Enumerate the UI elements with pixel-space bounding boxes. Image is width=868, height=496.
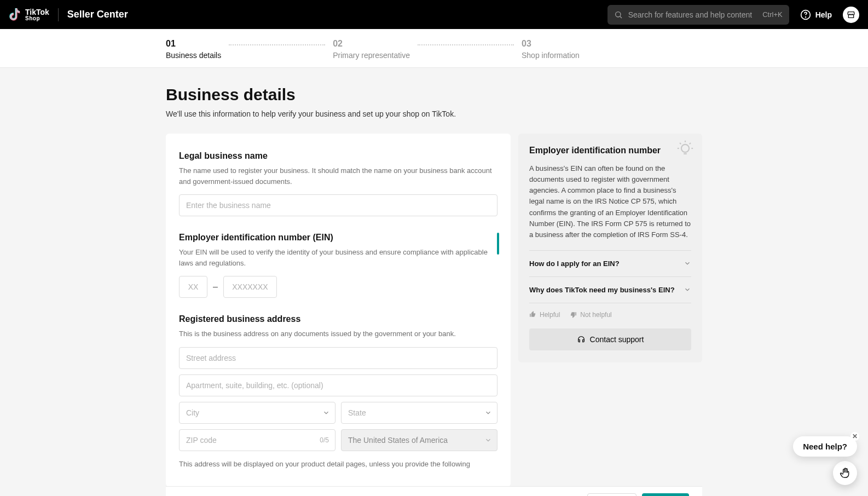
app-title[interactable]: Seller Center <box>67 9 128 20</box>
zip-char-count: 0/5 <box>320 436 329 444</box>
step-shop-info: 03 Shop information <box>522 39 580 60</box>
brand-logo[interactable]: TikTok Shop <box>9 8 49 21</box>
chevron-down-icon <box>684 286 691 293</box>
help-accordion-apply-ein[interactable]: How do I apply for an EIN? <box>529 251 691 276</box>
ein-prefix-input[interactable] <box>179 276 207 298</box>
tiktok-icon <box>9 8 21 21</box>
street-input[interactable] <box>179 347 497 369</box>
step-connector <box>229 44 325 45</box>
ein-title: Employer identification number (EIN) <box>179 233 497 243</box>
legal-name-title: Legal business name <box>179 151 497 161</box>
next-button[interactable]: Next <box>642 493 689 496</box>
search-icon <box>614 10 623 19</box>
svg-point-3 <box>805 16 806 17</box>
help-widget: Need help? ✕ <box>793 436 857 485</box>
header-divider <box>58 8 59 21</box>
search-shortcut: Ctrl+K <box>762 10 782 19</box>
country-select <box>341 429 497 451</box>
help-accordion-why-ein[interactable]: Why does TikTok need my business's EIN? <box>529 277 691 303</box>
search-input[interactable] <box>628 10 757 19</box>
step-business-details: 01 Business details <box>166 39 221 60</box>
state-select-value[interactable] <box>341 402 497 424</box>
help-panel-title: Employer identification number <box>529 146 691 155</box>
address-disclaimer: This address will be displayed on your p… <box>179 459 497 470</box>
thumbs-up-icon <box>529 311 536 318</box>
svg-line-6 <box>680 143 681 144</box>
active-section-indicator <box>497 233 499 255</box>
svg-point-0 <box>615 11 620 16</box>
page-title: Business details <box>166 85 702 104</box>
shop-icon <box>847 10 855 19</box>
state-select[interactable] <box>341 402 497 424</box>
close-icon[interactable]: ✕ <box>850 432 859 441</box>
brand-primary: TikTok <box>25 8 49 16</box>
back-button[interactable]: Back <box>587 493 636 496</box>
help-panel: Employer identification number A busines… <box>518 134 702 362</box>
legal-name-input[interactable] <box>179 194 497 216</box>
legal-name-desc: The name used to register your business.… <box>179 165 497 187</box>
help-bubble[interactable]: Need help? ✕ <box>793 436 857 457</box>
feedback-helpful[interactable]: Helpful <box>529 311 560 319</box>
feedback-not-helpful[interactable]: Not helpful <box>570 311 611 319</box>
account-avatar[interactable] <box>843 7 859 23</box>
step-connector <box>418 44 514 45</box>
contact-support-button[interactable]: Contact support <box>529 328 691 350</box>
progress-stepper: 01 Business details 02 Primary represent… <box>0 29 868 68</box>
headset-icon <box>577 335 586 344</box>
help-link[interactable]: Help <box>800 9 832 20</box>
address-title: Registered business address <box>179 314 497 324</box>
svg-line-7 <box>690 143 691 144</box>
city-select-value[interactable] <box>179 402 335 424</box>
help-icon <box>800 9 811 20</box>
global-search[interactable]: Ctrl+K <box>607 5 789 25</box>
step-primary-rep: 02 Primary representative <box>333 39 410 60</box>
hand-icon <box>840 468 850 478</box>
chevron-down-icon <box>684 259 691 267</box>
help-label: Help <box>815 10 832 19</box>
brand-secondary: Shop <box>25 16 49 21</box>
ein-separator: – <box>213 282 218 292</box>
help-panel-body: A business's EIN can often be found on t… <box>529 163 691 240</box>
address-desc: This is the business address on any docu… <box>179 328 497 339</box>
zip-field: 0/5 <box>179 429 335 451</box>
thumbs-down-icon <box>570 311 577 318</box>
apartment-input[interactable] <box>179 374 497 396</box>
help-fab[interactable] <box>833 461 857 485</box>
zip-input[interactable] <box>179 429 335 451</box>
svg-line-1 <box>620 16 622 18</box>
lightbulb-icon <box>676 139 695 158</box>
form-footer: Back Next <box>166 486 702 496</box>
country-value <box>341 429 497 451</box>
app-header: TikTok Shop Seller Center Ctrl+K Help <box>0 0 868 29</box>
city-select[interactable] <box>179 402 335 424</box>
svg-point-4 <box>681 145 689 152</box>
ein-suffix-input[interactable] <box>223 276 277 298</box>
business-form: Legal business name The name used to reg… <box>166 134 511 487</box>
page-subtitle: We'll use this information to help verif… <box>166 109 702 118</box>
ein-desc: Your EIN will be used to verify the iden… <box>179 247 497 268</box>
